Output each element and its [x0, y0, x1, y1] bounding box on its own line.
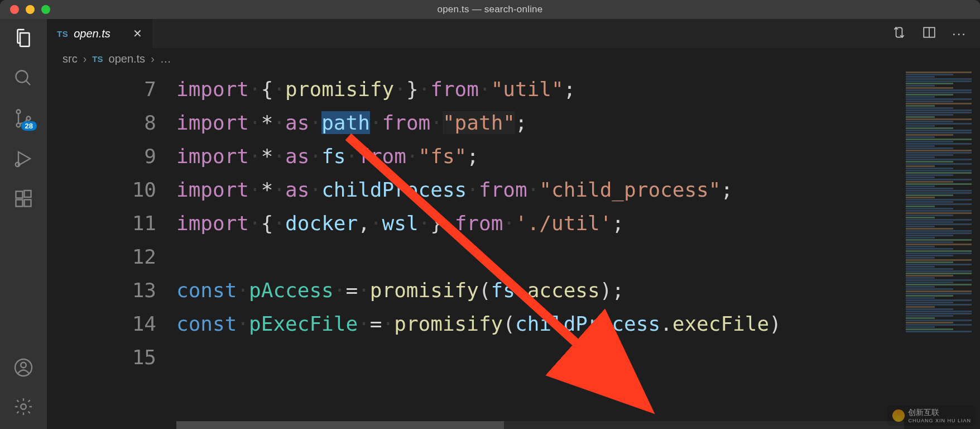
line-number: 15 — [47, 341, 156, 374]
horizontal-scrollbar[interactable] — [176, 421, 904, 429]
settings-gear-icon[interactable] — [12, 395, 35, 418]
watermark-logo-icon — [892, 409, 905, 422]
svg-rect-10 — [25, 190, 31, 197]
maximize-window-button[interactable] — [41, 5, 50, 14]
typescript-file-icon: TS — [57, 29, 68, 39]
code-line[interactable] — [176, 240, 904, 274]
chevron-right-icon: › — [83, 53, 87, 65]
svg-line-1 — [26, 81, 31, 85]
breadcrumb[interactable]: src › TS open.ts › … — [47, 48, 980, 69]
watermark-sub: CHUANG XIN HU LIAN — [908, 418, 971, 423]
code-content[interactable]: import·{·promisify·}·from·"util";import·… — [176, 69, 904, 429]
code-line[interactable]: import·*·as·fs·from·"fs"; — [176, 140, 904, 173]
minimize-window-button[interactable] — [26, 5, 35, 14]
extensions-icon[interactable] — [12, 188, 35, 210]
breadcrumb-folder[interactable]: src — [63, 53, 78, 65]
svg-point-0 — [16, 71, 28, 83]
svg-point-13 — [21, 404, 26, 409]
search-icon[interactable] — [12, 67, 35, 89]
source-control-icon[interactable]: 28 — [12, 107, 35, 130]
watermark-brand: 创新互联 — [908, 408, 971, 418]
window-controls — [0, 5, 50, 14]
compare-changes-icon[interactable] — [892, 25, 906, 42]
code-line[interactable]: const·pAccess·=·promisify(fs.access); — [176, 274, 904, 307]
line-number: 10 — [47, 173, 156, 207]
more-actions-icon[interactable]: ··· — [952, 26, 967, 41]
close-tab-icon[interactable]: ✕ — [133, 27, 142, 40]
code-line[interactable]: import·*·as·path·from·"path"; — [176, 106, 904, 140]
line-number: 7 — [47, 73, 156, 106]
svg-rect-8 — [16, 200, 23, 207]
svg-point-12 — [21, 363, 26, 368]
explorer-icon[interactable] — [12, 27, 35, 49]
code-line[interactable]: import·{·docker,·wsl·}·from·'./util'; — [176, 207, 904, 240]
source-control-badge: 28 — [21, 121, 37, 131]
svg-rect-9 — [25, 200, 31, 207]
line-number: 13 — [47, 274, 156, 307]
line-number: 8 — [47, 106, 156, 140]
code-line[interactable]: import·*·as·childProcess·from·"child_pro… — [176, 173, 904, 207]
svg-marker-5 — [18, 152, 30, 165]
tab-open-ts[interactable]: TS open.ts ✕ — [47, 19, 152, 48]
code-editor[interactable]: 789101112131415 import·{·promisify·}·fro… — [47, 69, 980, 429]
accounts-icon[interactable] — [12, 356, 35, 379]
scrollbar-thumb[interactable] — [176, 421, 504, 429]
window-title: open.ts — search-online — [438, 4, 543, 15]
chevron-right-icon: › — [151, 53, 155, 65]
line-number-gutter: 789101112131415 — [47, 69, 176, 429]
activity-bar: 28 — [0, 19, 47, 429]
split-editor-icon[interactable] — [922, 25, 936, 42]
run-debug-icon[interactable] — [12, 147, 35, 170]
image-watermark: 创新互联 CHUANG XIN HU LIAN — [888, 406, 976, 426]
minimap[interactable] — [904, 69, 980, 429]
code-line[interactable]: const·pExecFile·=·promisify(childProcess… — [176, 307, 904, 341]
line-number: 12 — [47, 240, 156, 274]
svg-point-2 — [17, 110, 21, 114]
title-bar: open.ts — search-online — [0, 0, 980, 19]
breadcrumb-more[interactable]: … — [160, 53, 171, 65]
svg-point-3 — [17, 123, 21, 127]
close-window-button[interactable] — [10, 5, 19, 14]
line-number: 14 — [47, 307, 156, 341]
code-line[interactable]: import·{·promisify·}·from·"util"; — [176, 73, 904, 106]
svg-rect-7 — [16, 192, 23, 198]
line-number: 11 — [47, 207, 156, 240]
editor-group: TS open.ts ✕ ··· src › TS open.ts › … — [47, 19, 980, 429]
svg-point-6 — [16, 163, 20, 167]
code-line[interactable] — [176, 341, 904, 374]
line-number: 9 — [47, 140, 156, 173]
typescript-file-icon: TS — [92, 54, 103, 64]
breadcrumb-file[interactable]: open.ts — [109, 53, 146, 65]
tab-strip: TS open.ts ✕ ··· — [47, 19, 980, 48]
tab-filename: open.ts — [74, 27, 111, 40]
